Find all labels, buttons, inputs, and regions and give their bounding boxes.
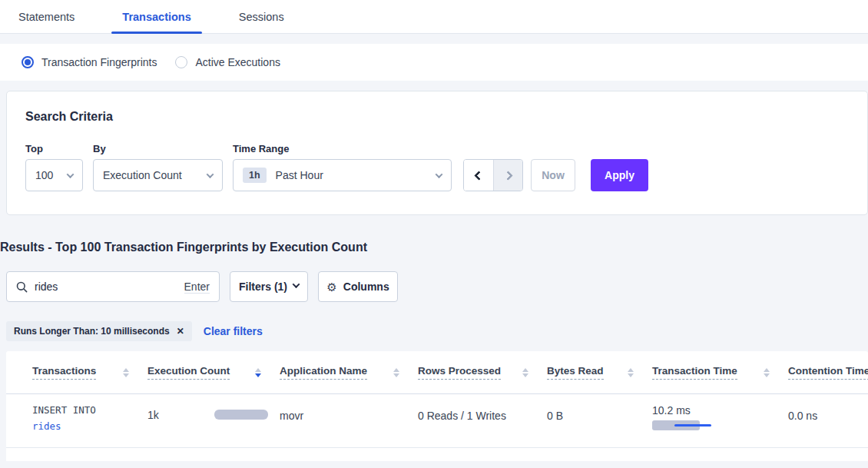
- results-controls: Enter Filters (1) ⚙ Columns: [6, 271, 868, 302]
- top-field: Top 100: [25, 143, 83, 191]
- transaction-time-bar-stddev: [674, 424, 711, 427]
- next-time-range-button[interactable]: [493, 160, 522, 191]
- search-criteria-title: Search Criteria: [25, 110, 867, 124]
- transaction-time-bar: [652, 420, 714, 431]
- contention-time-cell: 0.0 ns: [788, 394, 868, 447]
- sort-icon[interactable]: [628, 368, 634, 377]
- time-range-field: Time Range 1h Past Hour: [223, 143, 452, 191]
- tab-bar: Statements Transactions Sessions: [0, 0, 868, 34]
- by-field: By Execution Count: [83, 143, 223, 191]
- sort-icon[interactable]: [764, 368, 770, 377]
- transaction-time-cell: 10.2 ms: [652, 394, 788, 447]
- table-header-row: Transactions Execution Count Application…: [6, 351, 868, 394]
- transactions-page: Statements Transactions Sessions Transac…: [0, 0, 868, 461]
- chevron-down-icon: [207, 171, 214, 178]
- by-select-value: Execution Count: [103, 169, 182, 181]
- tab-statements[interactable]: Statements: [8, 0, 85, 33]
- radio-checked-icon: [22, 56, 34, 68]
- close-icon[interactable]: ✕: [177, 326, 184, 337]
- radio-label: Transaction Fingerprints: [41, 56, 157, 68]
- transaction-statement-cell: INSERT INTO rides: [32, 394, 147, 447]
- columns-button[interactable]: ⚙ Columns: [318, 271, 398, 302]
- column-header-transaction-time[interactable]: Transaction Time: [652, 365, 788, 380]
- transactions-table: Transactions Execution Count Application…: [6, 351, 868, 461]
- column-header-contention-time[interactable]: Contention Time: [788, 365, 868, 380]
- statement-text: INSERT INTO: [32, 402, 147, 418]
- sort-icon[interactable]: [522, 368, 528, 377]
- filters-button-label: Filters (1): [239, 280, 287, 293]
- chevron-down-icon: [293, 280, 300, 288]
- time-range-value: Past Hour: [276, 169, 323, 181]
- time-range-pager: [463, 159, 523, 191]
- columns-button-label: Columns: [343, 280, 389, 293]
- search-icon: [16, 281, 28, 293]
- search-criteria-panel: Search Criteria Top 100 By Execution Cou…: [6, 91, 868, 215]
- time-range-select[interactable]: 1h Past Hour: [233, 159, 452, 191]
- chevron-left-icon: [474, 171, 484, 181]
- search-input[interactable]: [35, 280, 184, 293]
- sort-icon[interactable]: [123, 368, 129, 377]
- transaction-time-value: 10.2 ms: [652, 404, 788, 417]
- view-toggle: Transaction Fingerprints Active Executio…: [0, 44, 868, 81]
- sort-icon[interactable]: [393, 368, 399, 377]
- results-heading: Results - Top 100 Transaction Fingerprin…: [0, 241, 868, 254]
- rows-processed-cell: 0 Reads / 1 Writes: [418, 394, 547, 447]
- column-header-bytes-read[interactable]: Bytes Read: [547, 365, 652, 380]
- tab-sessions[interactable]: Sessions: [228, 0, 295, 33]
- filters-button[interactable]: Filters (1): [230, 271, 308, 302]
- execution-count-cell: 1k: [147, 394, 280, 447]
- radio-label: Active Executions: [195, 56, 280, 68]
- search-criteria-form: Top 100 By Execution Count Time Range 1h…: [25, 143, 867, 191]
- radio-unchecked-icon: [175, 56, 187, 68]
- bytes-read-cell: 0 B: [547, 394, 652, 447]
- sort-desc-icon[interactable]: [255, 368, 261, 377]
- execution-count-value: 1k: [147, 409, 159, 421]
- time-range-badge: 1h: [243, 168, 267, 183]
- previous-time-range-button[interactable]: [464, 160, 493, 191]
- filter-chip-label: Runs Longer Than: 10 milliseconds: [14, 326, 170, 337]
- column-header-rows-processed[interactable]: Rows Processed: [418, 365, 547, 380]
- top-select[interactable]: 100: [25, 159, 83, 191]
- chevron-right-icon: [503, 171, 513, 181]
- radio-transaction-fingerprints[interactable]: Transaction Fingerprints: [22, 56, 157, 68]
- transaction-fingerprint-link[interactable]: rides: [32, 418, 147, 434]
- now-button[interactable]: Now: [531, 159, 575, 191]
- column-header-execution-count[interactable]: Execution Count: [147, 365, 280, 380]
- tab-transactions[interactable]: Transactions: [111, 0, 201, 33]
- search-submit[interactable]: Enter: [184, 280, 210, 294]
- top-select-value: 100: [35, 169, 53, 181]
- search-input-wrapper: Enter: [6, 271, 220, 302]
- chevron-down-icon: [67, 171, 75, 178]
- by-label: By: [93, 143, 223, 154]
- radio-active-executions[interactable]: Active Executions: [175, 56, 280, 68]
- time-range-label: Time Range: [233, 143, 452, 154]
- application-name-cell: movr: [280, 394, 418, 447]
- by-select[interactable]: Execution Count: [93, 159, 223, 191]
- gear-icon: ⚙: [326, 281, 336, 293]
- column-header-transactions[interactable]: Transactions: [32, 365, 147, 380]
- active-filters-row: Runs Longer Than: 10 milliseconds ✕ Clea…: [6, 321, 868, 341]
- chevron-down-icon: [436, 171, 443, 178]
- filter-chip: Runs Longer Than: 10 milliseconds ✕: [6, 321, 192, 341]
- apply-button[interactable]: Apply: [591, 159, 648, 191]
- top-label: Top: [25, 143, 83, 154]
- clear-filters-link[interactable]: Clear filters: [204, 325, 263, 337]
- execution-count-bar: [214, 410, 268, 420]
- table-row: INSERT INTO rides 1k movr 0 Reads / 1 Wr…: [6, 394, 868, 448]
- column-header-application-name[interactable]: Application Name: [280, 365, 418, 380]
